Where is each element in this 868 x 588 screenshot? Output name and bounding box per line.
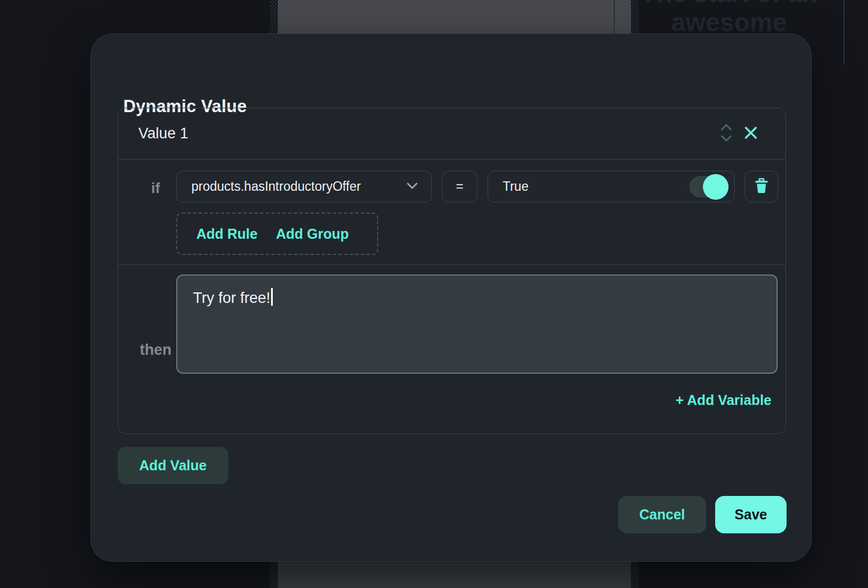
value-card-header: Value 1 [118, 108, 785, 160]
canvas-text-line: The start of an [641, 0, 818, 8]
add-rule-group-box: Add Rule Add Group [176, 213, 378, 255]
chevron-up-down-icon [719, 123, 734, 144]
condition-section: if products.hasIntroductoryOffer = True [118, 160, 785, 265]
canvas-text-line: awesome [671, 8, 787, 37]
condition-row: products.hasIntroductoryOffer = True [176, 171, 778, 203]
save-button[interactable]: Save [715, 496, 787, 533]
condition-value-field[interactable]: True [488, 171, 735, 203]
condition-field-dropdown[interactable]: products.hasIntroductoryOffer [176, 171, 432, 203]
then-label: then [135, 341, 176, 359]
reorder-value-button[interactable] [714, 122, 739, 146]
value-name-label: Value 1 [138, 125, 189, 142]
value-card: Value 1 if [118, 108, 786, 434]
add-value-button[interactable]: Add Value [118, 447, 228, 484]
then-section: then Try for free! + Add Variable [118, 265, 785, 434]
if-label: if [142, 180, 170, 197]
text-cursor [271, 288, 273, 306]
dynamic-value-modal: Dynamic Value Value 1 [90, 33, 812, 562]
then-text-value: Try for free! [193, 290, 271, 306]
operator-label: = [456, 179, 463, 194]
add-rule-button[interactable]: Add Rule [196, 226, 258, 242]
condition-operator-button[interactable]: = [442, 171, 478, 203]
remove-value-button[interactable] [739, 122, 763, 146]
then-value-textarea[interactable]: Try for free! [176, 274, 778, 374]
chevron-down-icon [406, 181, 419, 192]
condition-field-value: products.hasIntroductoryOffer [191, 179, 361, 194]
toggle-knob [703, 174, 729, 200]
close-icon [743, 125, 759, 142]
condition-value-toggle[interactable] [689, 174, 726, 200]
condition-value-label: True [503, 179, 528, 194]
cancel-button[interactable]: Cancel [618, 496, 706, 533]
add-variable-button[interactable]: + Add Variable [676, 392, 771, 408]
delete-rule-button[interactable] [745, 171, 778, 203]
trash-icon [754, 178, 769, 195]
add-group-button[interactable]: Add Group [276, 226, 349, 242]
